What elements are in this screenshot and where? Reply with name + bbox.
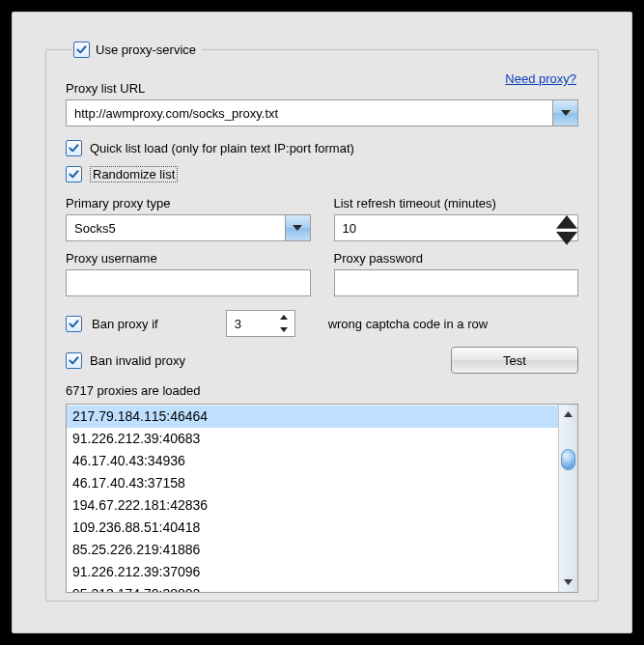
check-icon — [68, 354, 80, 367]
check-icon — [75, 43, 88, 56]
refresh-timeout-label: List refresh timeout (minutes) — [334, 196, 579, 210]
use-proxy-checkbox[interactable] — [73, 42, 90, 58]
chevron-down-icon — [293, 225, 302, 231]
triangle-down-icon — [280, 327, 288, 332]
proxy-list-items: 217.79.184.115:4646491.226.212.39:406834… — [67, 405, 558, 592]
list-item[interactable]: 85.25.226.219:41886 — [67, 539, 558, 561]
list-item[interactable]: 194.67.222.181:42836 — [67, 494, 558, 517]
randomize-label: Randomize list — [90, 166, 178, 182]
scroll-track[interactable] — [559, 424, 577, 573]
triangle-up-icon — [564, 411, 573, 417]
scroll-down-button[interactable] — [559, 573, 577, 592]
proxy-list-url-value: http://awmproxy.com/socks_proxy.txt — [67, 100, 552, 126]
scroll-up-button[interactable] — [559, 405, 577, 424]
list-item[interactable]: 91.226.212.39:37096 — [67, 561, 558, 583]
ban-if-spin-up[interactable] — [273, 311, 294, 323]
proxy-password-label: Proxy password — [334, 251, 579, 266]
proxy-username-value — [67, 270, 310, 295]
check-icon — [68, 318, 80, 330]
group-legend: Use proxy-service — [71, 42, 202, 58]
scrollbar[interactable] — [558, 405, 577, 592]
panel: Use proxy-service Need proxy? Proxy list… — [12, 12, 632, 633]
list-item[interactable]: 95.213.174.70:38802 — [67, 583, 558, 592]
refresh-spin-down[interactable] — [556, 232, 577, 248]
proxy-list-url-label: Proxy list URL — [66, 81, 578, 96]
primary-type-label: Primary proxy type — [66, 196, 311, 210]
ban-if-label: Ban proxy if — [92, 317, 158, 331]
need-proxy-link[interactable]: Need proxy? — [505, 71, 576, 86]
refresh-timeout-value: 10 — [335, 215, 557, 240]
check-icon — [68, 142, 80, 154]
list-item[interactable]: 46.17.40.43:34936 — [67, 450, 558, 472]
primary-type-value: Socks5 — [67, 215, 285, 240]
proxy-username-label: Proxy username — [66, 251, 311, 266]
list-item[interactable]: 91.226.212.39:40683 — [67, 428, 558, 450]
ban-invalid-checkbox[interactable] — [66, 352, 82, 369]
scroll-thumb[interactable] — [561, 449, 575, 470]
ban-if-count-spin[interactable]: 3 — [226, 310, 295, 337]
group-title: Use proxy-service — [96, 42, 196, 57]
randomize-checkbox[interactable] — [66, 166, 82, 182]
test-button[interactable]: Test — [451, 347, 578, 374]
loaded-status: 6717 proxies are loaded — [66, 383, 578, 398]
proxy-password-field[interactable] — [334, 269, 579, 296]
use-proxy-group: Use proxy-service Need proxy? Proxy list… — [45, 42, 599, 602]
quick-load-checkbox[interactable] — [66, 140, 82, 156]
list-item[interactable]: 109.236.88.51:40418 — [67, 517, 558, 539]
triangle-down-icon — [564, 579, 573, 585]
quick-load-label: Quick list load (only for plain text IP:… — [90, 141, 354, 155]
chevron-down-icon — [561, 110, 571, 116]
ban-invalid-label: Ban invalid proxy — [90, 353, 185, 368]
primary-type-combo[interactable]: Socks5 — [66, 214, 311, 241]
triangle-down-icon — [556, 232, 577, 245]
refresh-spin-up[interactable] — [556, 215, 577, 232]
list-item[interactable]: 46.17.40.43:37158 — [67, 472, 558, 494]
proxy-list-url-dropdown-button[interactable] — [552, 100, 577, 126]
triangle-up-icon — [280, 315, 288, 320]
check-icon — [68, 168, 80, 181]
proxy-listbox[interactable]: 217.79.184.115:4646491.226.212.39:406834… — [66, 404, 578, 593]
primary-type-dropdown-button[interactable] — [285, 215, 310, 240]
proxy-list-url-combo[interactable]: http://awmproxy.com/socks_proxy.txt — [66, 99, 578, 126]
ban-if-suffix: wrong captcha code in a row — [328, 317, 488, 331]
list-item[interactable]: 217.79.184.115:46464 — [67, 406, 558, 428]
ban-if-count-value: 3 — [227, 311, 273, 336]
proxy-username-field[interactable] — [66, 269, 311, 296]
ban-if-checkbox[interactable] — [66, 316, 82, 332]
proxy-password-value — [335, 270, 578, 295]
ban-if-spin-down[interactable] — [273, 323, 294, 336]
refresh-timeout-spin[interactable]: 10 — [334, 214, 579, 241]
triangle-up-icon — [556, 215, 577, 229]
